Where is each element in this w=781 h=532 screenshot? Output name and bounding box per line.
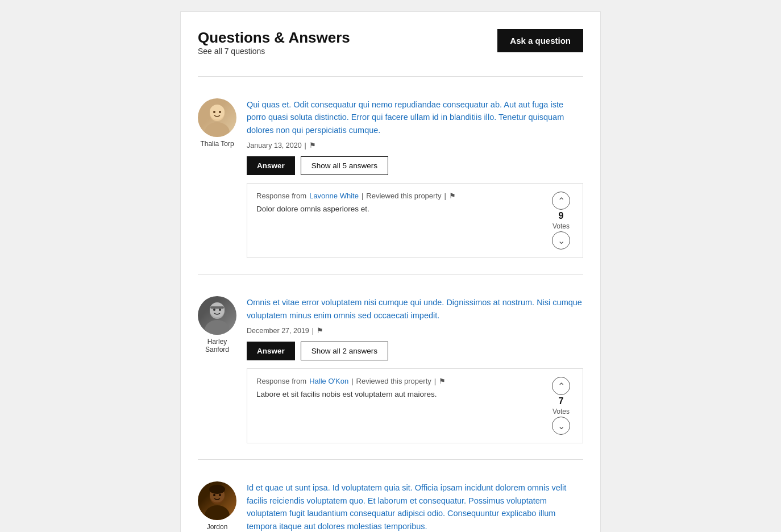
answer-reviewed-2: Reviewed this property <box>356 377 431 385</box>
svg-point-7 <box>210 302 225 317</box>
flag-icon-1[interactable]: ⚑ <box>309 141 316 149</box>
svg-point-8 <box>213 309 215 311</box>
question-date-1: January 13, 2020 <box>247 142 302 149</box>
avatar-svg-3 <box>198 481 236 520</box>
question-block-3: Jordon Stamm Id et quae ut sunt ipsa. Id… <box>198 470 583 532</box>
page-container: Questions & Answers See all 7 questions … <box>0 11 781 532</box>
meta-separator-2: | <box>312 327 314 335</box>
avatar-2 <box>198 296 236 335</box>
question-text-2: Omnis et vitae error voluptatem nisi cum… <box>247 296 583 322</box>
answer-text-2: Labore et sit facilis nobis est voluptat… <box>256 389 543 400</box>
avatar-3 <box>198 481 236 520</box>
vote-count-2: 7 <box>559 396 564 406</box>
answer-from-2: Response from Halle O'Kon | Reviewed thi… <box>256 377 543 385</box>
svg-point-1 <box>205 122 230 137</box>
svg-point-3 <box>213 111 215 113</box>
see-all-link[interactable]: See all 7 questions <box>198 47 350 56</box>
question-block-1: Thalia Torp Qui quas et. Odit consequatu… <box>198 87 583 264</box>
vote-count-1: 9 <box>559 211 564 221</box>
answer-from-name-2: Halle O'Kon <box>309 377 348 385</box>
avatar-col-2: Harley Sanford <box>198 296 236 354</box>
header-divider <box>198 76 583 77</box>
vote-up-button-1[interactable]: ⌃ <box>552 192 570 210</box>
answer-pipe-1: | <box>444 192 446 200</box>
svg-point-15 <box>219 494 221 496</box>
svg-point-4 <box>219 111 221 113</box>
question-content-1: Qui quas et. Odit consequatur qui nemo r… <box>247 98 583 258</box>
answer-sep-1: | <box>362 192 363 200</box>
avatar-svg-1 <box>198 98 236 137</box>
meta-separator-1: | <box>305 142 306 149</box>
show-answers-button-2[interactable]: Show all 2 answers <box>301 342 388 360</box>
question-row-2: Harley Sanford Omnis et vitae error volu… <box>198 296 583 443</box>
vote-label-1: Votes <box>552 222 570 230</box>
author-label-2: Harley Sanford <box>198 338 236 354</box>
question-date-2: December 27, 2019 <box>247 327 309 335</box>
answer-button-1[interactable]: Answer <box>247 156 295 175</box>
answer-content-1: Response from Lavonne White | Reviewed t… <box>256 192 543 215</box>
question-block-2: Harley Sanford Omnis et vitae error volu… <box>198 285 583 449</box>
answer-from-name-1: Lavonne White <box>309 192 359 200</box>
btn-row-2: Answer Show all 2 answers <box>247 342 583 360</box>
question-text-3: Id et quae ut sunt ipsa. Id voluptatem q… <box>247 481 583 532</box>
svg-point-11 <box>205 505 230 520</box>
question-content-2: Omnis et vitae error voluptatem nisi cum… <box>247 296 583 443</box>
answer-sep-2: | <box>351 377 353 385</box>
answer-text-1: Dolor dolore omnis asperiores et. <box>256 203 543 215</box>
answer-block-2: Response from Halle O'Kon | Reviewed thi… <box>247 368 583 443</box>
divider-1 <box>198 274 583 275</box>
svg-point-14 <box>213 494 215 496</box>
answer-reviewed-1: Reviewed this property <box>366 192 441 200</box>
vote-label-2: Votes <box>552 408 570 415</box>
question-meta-2: December 27, 2019 | ⚑ <box>247 326 583 335</box>
flag-icon-2[interactable]: ⚑ <box>317 326 323 335</box>
title-group: Questions & Answers See all 7 questions <box>198 29 350 66</box>
question-row-3: Jordon Stamm Id et quae ut sunt ipsa. Id… <box>198 481 583 532</box>
btn-row-1: Answer Show all 5 answers <box>247 156 583 175</box>
vote-col-2: ⌃ 7 Votes ⌄ <box>543 377 574 435</box>
answer-content-2: Response from Halle O'Kon | Reviewed thi… <box>256 377 543 400</box>
show-answers-button-1[interactable]: Show all 5 answers <box>301 156 388 175</box>
svg-point-5 <box>205 320 230 335</box>
ask-question-button[interactable]: Ask a question <box>497 29 583 52</box>
answer-flag-icon-2[interactable]: ⚑ <box>439 377 446 385</box>
avatar-svg-2 <box>198 296 236 335</box>
question-meta-1: January 13, 2020 | ⚑ <box>247 141 583 149</box>
divider-2 <box>198 459 583 460</box>
answer-from-label-1: Response from <box>256 192 306 200</box>
author-label-1: Thalia Torp <box>198 140 236 148</box>
vote-down-button-2[interactable]: ⌄ <box>552 417 570 435</box>
vote-down-button-1[interactable]: ⌄ <box>552 231 570 250</box>
header-row: Questions & Answers See all 7 questions … <box>198 29 583 66</box>
svg-rect-10 <box>210 306 224 309</box>
avatar-col-1: Thalia Torp <box>198 98 236 148</box>
author-label-3: Jordon Stamm <box>198 523 236 532</box>
vote-up-button-2[interactable]: ⌃ <box>552 377 570 395</box>
question-content-3: Id et quae ut sunt ipsa. Id voluptatem q… <box>247 481 583 532</box>
question-text-1: Qui quas et. Odit consequatur qui nemo r… <box>247 98 583 136</box>
answer-block-1: Response from Lavonne White | Reviewed t… <box>247 183 583 258</box>
avatar-1 <box>198 98 236 137</box>
answer-pipe-2: | <box>434 377 436 385</box>
svg-point-9 <box>219 309 221 311</box>
main-card: Questions & Answers See all 7 questions … <box>180 11 601 532</box>
answer-from-label-2: Response from <box>256 377 306 385</box>
answer-button-2[interactable]: Answer <box>247 342 295 360</box>
svg-point-16 <box>209 485 225 494</box>
vote-col-1: ⌃ 9 Votes ⌄ <box>543 192 574 250</box>
answer-flag-icon-1[interactable]: ⚑ <box>449 192 456 200</box>
page-title: Questions & Answers <box>198 29 350 47</box>
avatar-col-3: Jordon Stamm <box>198 481 236 532</box>
question-row-1: Thalia Torp Qui quas et. Odit consequatu… <box>198 98 583 258</box>
svg-point-2 <box>210 105 225 119</box>
answer-from-1: Response from Lavonne White | Reviewed t… <box>256 192 543 200</box>
